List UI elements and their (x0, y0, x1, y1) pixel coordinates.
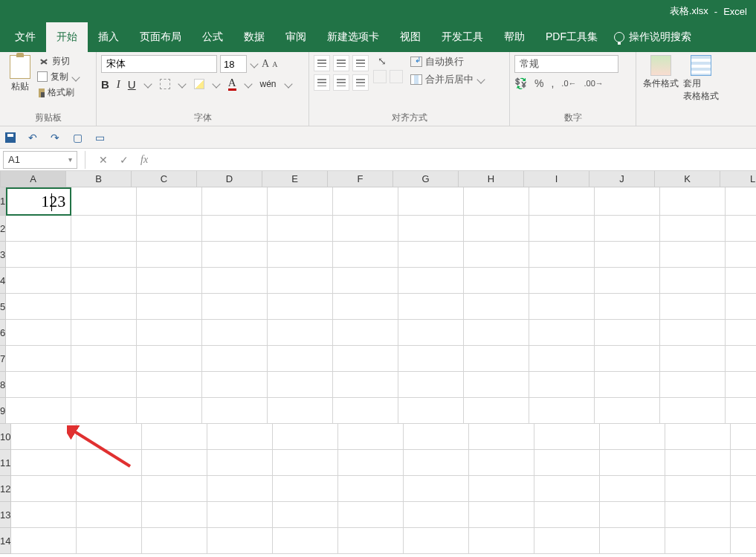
cell-D4[interactable] (202, 268, 268, 294)
cell-A10[interactable] (11, 424, 77, 450)
cell-A13[interactable] (11, 502, 77, 528)
cell-F10[interactable] (338, 424, 404, 450)
confirm-edit-button[interactable]: ✓ (120, 154, 129, 166)
cell-G1[interactable] (398, 187, 464, 216)
wrap-text-button[interactable]: 自动换行 (410, 55, 485, 68)
cell-K8[interactable] (660, 372, 726, 398)
tell-me-search[interactable]: 操作说明搜索 (614, 22, 691, 52)
cell-K12[interactable] (665, 476, 731, 502)
undo-button[interactable]: ↶ (27, 132, 39, 144)
cell-L11[interactable] (731, 450, 756, 476)
cell-K10[interactable] (665, 424, 731, 450)
chevron-down-icon[interactable] (143, 80, 152, 88)
cell-C14[interactable] (142, 528, 207, 554)
cell-L2[interactable] (726, 216, 756, 242)
cell-G5[interactable] (398, 294, 464, 320)
accounting-format-button[interactable]: 💱 (514, 77, 527, 89)
name-box[interactable]: A1 ▾ (3, 151, 77, 169)
row-header-6[interactable]: 6 (0, 320, 6, 346)
tab-page-layout[interactable]: 页面布局 (129, 22, 192, 52)
cell-L12[interactable] (731, 476, 756, 502)
cell-K4[interactable] (660, 268, 726, 294)
cell-I14[interactable] (534, 528, 600, 554)
row-header-10[interactable]: 10 (0, 424, 11, 450)
italic-button[interactable]: I (117, 78, 120, 91)
row-header-12[interactable]: 12 (0, 476, 11, 502)
cell-L3[interactable] (726, 242, 756, 268)
tab-pdf-tools[interactable]: PDF工具集 (535, 22, 608, 52)
cell-I13[interactable] (534, 502, 600, 528)
cell-J8[interactable] (595, 372, 660, 398)
chevron-down-icon[interactable] (212, 80, 220, 88)
copy-button[interactable]: 复制 (39, 71, 80, 83)
cell-J13[interactable] (600, 502, 665, 528)
cell-E3[interactable] (268, 242, 333, 268)
phonetic-guide-button[interactable]: wén (260, 79, 277, 89)
cell-E11[interactable] (273, 450, 338, 476)
cell-K7[interactable] (660, 346, 726, 372)
cell-I3[interactable] (529, 242, 595, 268)
cell-D10[interactable] (207, 424, 273, 450)
orientation-button[interactable]: ⤡ (378, 55, 403, 67)
chevron-down-icon[interactable] (178, 80, 186, 88)
cell-K1[interactable] (660, 187, 726, 216)
cell-I11[interactable] (534, 450, 600, 476)
cell-E2[interactable] (268, 216, 333, 242)
cell-B13[interactable] (77, 502, 142, 528)
tab-insert[interactable]: 插入 (88, 22, 129, 52)
cancel-edit-button[interactable]: ✕ (99, 154, 108, 166)
cell-I4[interactable] (529, 268, 595, 294)
cell-E10[interactable] (273, 424, 338, 450)
align-right-button[interactable] (352, 74, 369, 91)
cell-F14[interactable] (338, 528, 404, 554)
decrease-font-button[interactable]: A (272, 60, 277, 68)
qat-button-1[interactable]: ▢ (71, 132, 83, 144)
col-header-H[interactable]: H (459, 171, 524, 187)
cell-C6[interactable] (137, 320, 202, 346)
cell-K13[interactable] (665, 502, 731, 528)
col-header-F[interactable]: F (328, 171, 393, 187)
cell-A2[interactable] (6, 216, 71, 242)
row-header-1[interactable]: 1 (0, 187, 6, 216)
redo-button[interactable]: ↷ (49, 132, 61, 144)
cell-C11[interactable] (142, 450, 207, 476)
cell-E1[interactable] (268, 187, 333, 216)
cell-G4[interactable] (398, 268, 464, 294)
col-header-C[interactable]: C (132, 171, 197, 187)
cell-F13[interactable] (338, 502, 404, 528)
cell-B4[interactable] (71, 268, 137, 294)
cell-B7[interactable] (71, 346, 137, 372)
cell-E13[interactable] (273, 502, 338, 528)
cell-A14[interactable] (11, 528, 77, 554)
percent-button[interactable]: % (534, 77, 543, 89)
cell-D11[interactable] (207, 450, 273, 476)
cell-C5[interactable] (137, 294, 202, 320)
paste-button[interactable]: 粘贴 (4, 55, 36, 93)
cell-G14[interactable] (404, 528, 469, 554)
cell-J9[interactable] (595, 398, 660, 424)
cell-B2[interactable] (71, 216, 137, 242)
cell-C3[interactable] (137, 242, 202, 268)
tab-review[interactable]: 审阅 (275, 22, 317, 52)
cell-F12[interactable] (338, 476, 404, 502)
cell-E4[interactable] (268, 268, 333, 294)
tab-file[interactable]: 文件 (4, 22, 46, 52)
row-header-8[interactable]: 8 (0, 372, 6, 398)
cell-C13[interactable] (142, 502, 207, 528)
cell-L6[interactable] (726, 320, 756, 346)
cell-B10[interactable] (77, 424, 142, 450)
align-top-center-button[interactable] (333, 55, 349, 71)
cell-L10[interactable] (731, 424, 756, 450)
cell-F2[interactable] (333, 216, 398, 242)
cell-C8[interactable] (137, 372, 202, 398)
cell-A5[interactable] (6, 294, 71, 320)
fill-color-button[interactable] (194, 79, 204, 89)
cell-F9[interactable] (333, 398, 398, 424)
cell-E14[interactable] (273, 528, 338, 554)
conditional-format-button[interactable]: 条件格式 (641, 55, 681, 90)
col-header-E[interactable]: E (262, 171, 328, 187)
col-header-G[interactable]: G (393, 171, 459, 187)
align-top-right-button[interactable] (352, 55, 369, 71)
cell-F6[interactable] (333, 320, 398, 346)
col-header-K[interactable]: K (655, 171, 720, 187)
